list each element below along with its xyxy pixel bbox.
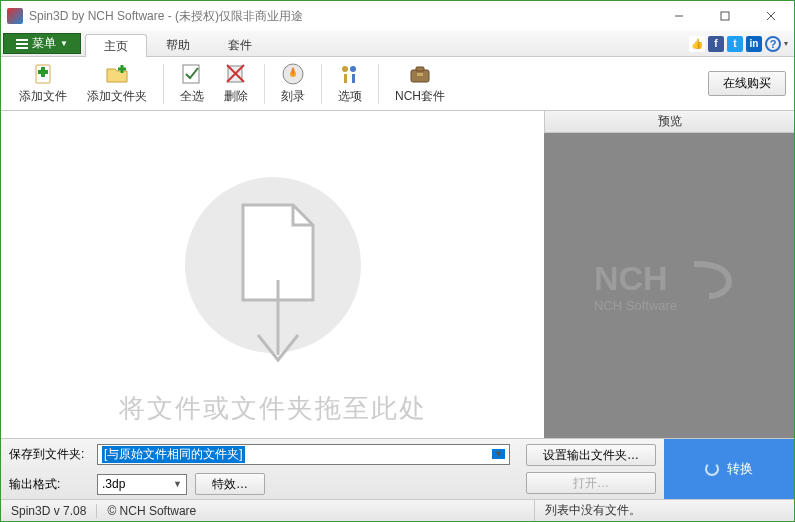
nch-suite-label: NCH套件	[395, 88, 445, 105]
svg-point-19	[350, 66, 356, 72]
toolbar-separator	[321, 64, 322, 104]
main-menu-button[interactable]: 菜单 ▼	[3, 33, 81, 54]
menubar-right: 👍 f t in ? ▾	[689, 31, 794, 56]
toolbar-separator	[163, 64, 164, 104]
chevron-down-icon: ▼	[492, 449, 505, 459]
twitter-icon[interactable]: t	[727, 36, 743, 52]
bottom-panel: 保存到文件夹: [与原始文件相同的文件夹] ▼ 输出格式: .3dp ▼ 特效……	[1, 438, 794, 499]
save-to-label: 保存到文件夹:	[9, 446, 89, 463]
tab-suite[interactable]: 套件	[209, 33, 271, 56]
set-output-folder-button[interactable]: 设置输出文件夹…	[526, 444, 656, 466]
open-button[interactable]: 打开…	[526, 472, 656, 494]
toolbar: 添加文件 添加文件夹 全选 删除 刻录 选项 NCH套件 在线购买	[1, 57, 794, 111]
like-icon[interactable]: 👍	[689, 36, 705, 52]
output-format-row: 输出格式: .3dp ▼ 特效…	[1, 469, 518, 499]
drop-hint: 将文件或文件夹拖至此处	[119, 391, 427, 426]
status-right: 列表中没有文件。	[534, 500, 794, 521]
convert-label: 转换	[727, 460, 753, 478]
burger-icon	[16, 43, 28, 45]
svg-rect-22	[417, 73, 423, 76]
drop-zone[interactable]: 将文件或文件夹拖至此处	[1, 111, 544, 438]
effects-button[interactable]: 特效…	[195, 473, 265, 495]
convert-button[interactable]: 转换	[664, 439, 794, 499]
add-file-button[interactable]: 添加文件	[9, 57, 77, 110]
save-to-value: [与原始文件相同的文件夹]	[102, 446, 245, 463]
burn-icon	[281, 62, 305, 86]
minimize-button[interactable]	[656, 1, 702, 31]
close-button[interactable]	[748, 1, 794, 31]
titlebar: Spin3D by NCH Software - (未授权)仅限非商业用途	[1, 1, 794, 31]
maximize-button[interactable]	[702, 1, 748, 31]
status-version: Spin3D v 7.08	[1, 504, 96, 518]
bottom-mid: 设置输出文件夹… 打开…	[518, 439, 664, 499]
add-file-icon	[31, 62, 55, 86]
burn-button[interactable]: 刻录	[271, 57, 315, 110]
preview-panel: 预览 NCH NCH Software	[544, 111, 794, 438]
add-folder-icon	[105, 62, 129, 86]
delete-icon	[224, 62, 248, 86]
menu-label: 菜单	[32, 35, 56, 52]
help-icon[interactable]: ?	[765, 36, 781, 52]
chevron-down-icon: ▼	[173, 479, 182, 489]
save-to-row: 保存到文件夹: [与原始文件相同的文件夹] ▼	[1, 439, 518, 469]
svg-text:NCH: NCH	[594, 259, 668, 297]
svg-text:NCH Software: NCH Software	[594, 298, 677, 313]
convert-icon	[705, 462, 719, 476]
select-all-label: 全选	[180, 88, 204, 105]
options-label: 选项	[338, 88, 362, 105]
tab-home[interactable]: 主页	[85, 34, 147, 57]
options-icon	[338, 62, 362, 86]
statusbar: Spin3D v 7.08 © NCH Software 列表中没有文件。	[1, 499, 794, 521]
drop-placeholder-icon	[183, 170, 363, 380]
toolbar-separator	[378, 64, 379, 104]
bottom-left: 保存到文件夹: [与原始文件相同的文件夹] ▼ 输出格式: .3dp ▼ 特效…	[1, 439, 518, 499]
svg-rect-17	[352, 74, 355, 83]
facebook-icon[interactable]: f	[708, 36, 724, 52]
window-title: Spin3D by NCH Software - (未授权)仅限非商业用途	[29, 8, 303, 25]
output-format-label: 输出格式:	[9, 476, 89, 493]
toolbar-separator	[264, 64, 265, 104]
dropdown-icon: ▼	[60, 39, 68, 48]
status-copyright: © NCH Software	[97, 504, 206, 518]
add-folder-label: 添加文件夹	[87, 88, 147, 105]
menubar: 菜单 ▼ 主页 帮助 套件 👍 f t in ? ▾	[1, 31, 794, 57]
options-button[interactable]: 选项	[328, 57, 372, 110]
add-folder-button[interactable]: 添加文件夹	[77, 57, 157, 110]
save-to-combo[interactable]: [与原始文件相同的文件夹] ▼	[97, 444, 510, 465]
select-all-button[interactable]: 全选	[170, 57, 214, 110]
preview-header: 预览	[544, 111, 794, 133]
delete-button[interactable]: 删除	[214, 57, 258, 110]
nch-suite-button[interactable]: NCH套件	[385, 57, 455, 110]
dropdown-small-icon[interactable]: ▾	[784, 39, 788, 48]
workarea: 将文件或文件夹拖至此处 预览 NCH NCH Software	[1, 111, 794, 438]
select-all-icon	[180, 62, 204, 86]
output-format-combo[interactable]: .3dp ▼	[97, 474, 187, 495]
delete-label: 删除	[224, 88, 248, 105]
svg-rect-10	[183, 65, 199, 83]
svg-point-18	[342, 66, 348, 72]
svg-rect-16	[344, 74, 347, 83]
svg-rect-21	[416, 67, 424, 71]
linkedin-icon[interactable]: in	[746, 36, 762, 52]
add-file-label: 添加文件	[19, 88, 67, 105]
nch-logo: NCH NCH Software	[594, 256, 744, 316]
tab-help[interactable]: 帮助	[147, 33, 209, 56]
online-buy-button[interactable]: 在线购买	[708, 71, 786, 96]
app-icon	[7, 8, 23, 24]
preview-body: NCH NCH Software	[544, 133, 794, 438]
window-controls	[656, 1, 794, 31]
svg-rect-1	[721, 12, 729, 20]
suite-icon	[408, 62, 432, 86]
output-format-value: .3dp	[102, 477, 125, 491]
burn-label: 刻录	[281, 88, 305, 105]
